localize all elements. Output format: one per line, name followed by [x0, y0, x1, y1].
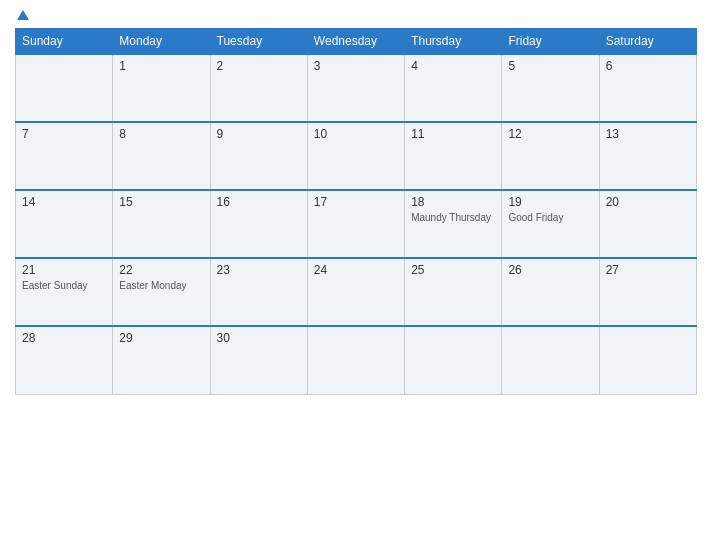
- calendar-cell: [307, 326, 404, 394]
- weekday-header-sunday: Sunday: [16, 29, 113, 55]
- day-number: 25: [411, 263, 495, 277]
- calendar-cell: 23: [210, 258, 307, 326]
- day-number: 17: [314, 195, 398, 209]
- day-number: 11: [411, 127, 495, 141]
- day-number: 24: [314, 263, 398, 277]
- calendar-cell: 5: [502, 54, 599, 122]
- weekday-header-row: SundayMondayTuesdayWednesdayThursdayFrid…: [16, 29, 697, 55]
- calendar-cell: 10: [307, 122, 404, 190]
- calendar-cell: 17: [307, 190, 404, 258]
- weekday-header-wednesday: Wednesday: [307, 29, 404, 55]
- calendar-cell: 4: [405, 54, 502, 122]
- day-number: 27: [606, 263, 690, 277]
- calendar-cell: 7: [16, 122, 113, 190]
- weekday-header-thursday: Thursday: [405, 29, 502, 55]
- day-number: 9: [217, 127, 301, 141]
- calendar-cell: 1: [113, 54, 210, 122]
- day-number: 30: [217, 331, 301, 345]
- calendar-cell: 25: [405, 258, 502, 326]
- calendar-cell: 15: [113, 190, 210, 258]
- calendar-cell: 13: [599, 122, 696, 190]
- calendar-week-row: 1415161718Maundy Thursday19Good Friday20: [16, 190, 697, 258]
- calendar-cell: 16: [210, 190, 307, 258]
- day-number: 7: [22, 127, 106, 141]
- day-event-label: Good Friday: [508, 211, 592, 224]
- calendar-cell: [599, 326, 696, 394]
- day-number: 23: [217, 263, 301, 277]
- day-number: 6: [606, 59, 690, 73]
- day-number: 28: [22, 331, 106, 345]
- day-number: 12: [508, 127, 592, 141]
- calendar-cell: [16, 54, 113, 122]
- day-number: 18: [411, 195, 495, 209]
- day-number: 2: [217, 59, 301, 73]
- logo: [15, 10, 29, 20]
- day-number: 16: [217, 195, 301, 209]
- weekday-header-monday: Monday: [113, 29, 210, 55]
- day-number: 22: [119, 263, 203, 277]
- day-number: 20: [606, 195, 690, 209]
- calendar-cell: 29: [113, 326, 210, 394]
- weekday-header-friday: Friday: [502, 29, 599, 55]
- calendar-cell: 14: [16, 190, 113, 258]
- calendar-cell: 26: [502, 258, 599, 326]
- calendar-cell: 8: [113, 122, 210, 190]
- calendar-week-row: 21Easter Sunday22Easter Monday2324252627: [16, 258, 697, 326]
- calendar-cell: 9: [210, 122, 307, 190]
- calendar-week-row: 78910111213: [16, 122, 697, 190]
- day-number: 1: [119, 59, 203, 73]
- calendar-cell: 28: [16, 326, 113, 394]
- calendar-cell: 18Maundy Thursday: [405, 190, 502, 258]
- day-number: 3: [314, 59, 398, 73]
- calendar-cell: 24: [307, 258, 404, 326]
- calendar-cell: 3: [307, 54, 404, 122]
- day-number: 10: [314, 127, 398, 141]
- calendar-cell: 11: [405, 122, 502, 190]
- weekday-header-saturday: Saturday: [599, 29, 696, 55]
- calendar-cell: [502, 326, 599, 394]
- weekday-header-tuesday: Tuesday: [210, 29, 307, 55]
- calendar-cell: 20: [599, 190, 696, 258]
- day-number: 29: [119, 331, 203, 345]
- day-number: 21: [22, 263, 106, 277]
- day-number: 8: [119, 127, 203, 141]
- day-event-label: Easter Sunday: [22, 279, 106, 292]
- calendar-cell: 12: [502, 122, 599, 190]
- calendar-cell: 6: [599, 54, 696, 122]
- day-event-label: Easter Monday: [119, 279, 203, 292]
- calendar-cell: 21Easter Sunday: [16, 258, 113, 326]
- calendar-cell: 30: [210, 326, 307, 394]
- day-number: 19: [508, 195, 592, 209]
- calendar-week-row: 123456: [16, 54, 697, 122]
- day-number: 4: [411, 59, 495, 73]
- logo-triangle-icon: [17, 10, 29, 20]
- day-number: 5: [508, 59, 592, 73]
- calendar-cell: [405, 326, 502, 394]
- calendar-header: [15, 10, 697, 20]
- day-event-label: Maundy Thursday: [411, 211, 495, 224]
- day-number: 26: [508, 263, 592, 277]
- calendar-cell: 27: [599, 258, 696, 326]
- calendar-cell: 22Easter Monday: [113, 258, 210, 326]
- day-number: 13: [606, 127, 690, 141]
- calendar-week-row: 282930: [16, 326, 697, 394]
- day-number: 15: [119, 195, 203, 209]
- calendar-cell: 19Good Friday: [502, 190, 599, 258]
- calendar-table: SundayMondayTuesdayWednesdayThursdayFrid…: [15, 28, 697, 395]
- calendar-cell: 2: [210, 54, 307, 122]
- day-number: 14: [22, 195, 106, 209]
